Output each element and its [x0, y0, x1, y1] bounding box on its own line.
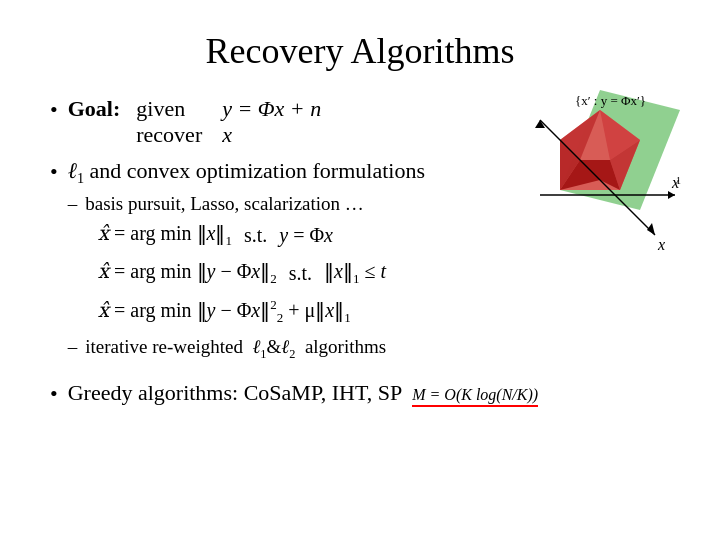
- greedy-content: Greedy algorithms: CoSaMP, IHT, SP M = O…: [68, 380, 538, 407]
- dash-1: –: [68, 193, 78, 215]
- svg-text:x: x: [657, 236, 665, 253]
- goal-given-word: given: [136, 96, 222, 122]
- goal-content: Goal: given y = Φx + n recover x: [68, 96, 322, 148]
- svg-text:1: 1: [676, 175, 681, 186]
- formula-1-rhs: y = Φx: [279, 224, 333, 247]
- formula-1-lhs: x̂ = arg min ‖x‖1: [98, 221, 232, 249]
- formula-2-lhs: x̂ = arg min ‖y − Φx‖2: [98, 259, 277, 287]
- formula-1: x̂ = arg min ‖x‖1 s.t. y = Φx: [98, 221, 425, 249]
- l1-title: ℓ1 and convex optimization formulations: [68, 158, 425, 187]
- diagram: x 1 x {x′ : y = Φx′}: [480, 80, 690, 310]
- goal-recover-math: x: [222, 122, 321, 148]
- formula-3: x̂ = arg min ‖y − Φx‖22 + μ‖x‖1: [98, 297, 425, 326]
- formula-1-connector: s.t.: [244, 224, 267, 247]
- svg-text:{x′ : y = Φx′}: {x′ : y = Φx′}: [575, 93, 646, 108]
- greedy-text: Greedy algorithms: CoSaMP, IHT, SP: [68, 380, 402, 406]
- l1-content: ℓ1 and convex optimization formulations …: [68, 158, 425, 368]
- goal-empty: [68, 122, 137, 148]
- formula-2: x̂ = arg min ‖y − Φx‖2 s.t. ‖x‖1 ≤ t: [98, 259, 425, 287]
- dash-2: –: [68, 336, 78, 358]
- slide: Recovery Algorithms x 1 x: [0, 0, 720, 540]
- greedy-bullet: • Greedy algorithms: CoSaMP, IHT, SP M =…: [50, 380, 670, 409]
- sub-bullet-basis: – basis pursuit, Lasso, scalarization …: [68, 193, 425, 215]
- goal-recover-word: recover: [136, 122, 222, 148]
- slide-title: Recovery Algorithms: [50, 30, 670, 72]
- greedy-math: M = O(K log(N/K)): [412, 386, 538, 407]
- bullet-dot-goal: •: [50, 96, 58, 125]
- svg-marker-10: [647, 223, 655, 235]
- bullet-dot-l1: •: [50, 158, 58, 187]
- formula-block: x̂ = arg min ‖x‖1 s.t. y = Φx x̂ = arg m…: [98, 221, 425, 326]
- iterative-text: iterative re-weighted ℓ1&ℓ2 algorithms: [85, 336, 386, 362]
- svg-marker-8: [668, 191, 675, 199]
- basis-pursuit-text: basis pursuit, Lasso, scalarization …: [85, 193, 364, 215]
- formula-2-connector: s.t.: [289, 262, 312, 285]
- goal-given-math: y = Φx + n: [222, 96, 321, 122]
- goal-label: Goal:: [68, 96, 137, 122]
- formula-3-lhs: x̂ = arg min ‖y − Φx‖22 + μ‖x‖1: [98, 297, 351, 326]
- sub-bullet-iterative: – iterative re-weighted ℓ1&ℓ2 algorithms: [68, 336, 425, 362]
- formula-2-rhs: ‖x‖1 ≤ t: [324, 259, 386, 287]
- bullet-dot-greedy: •: [50, 380, 58, 409]
